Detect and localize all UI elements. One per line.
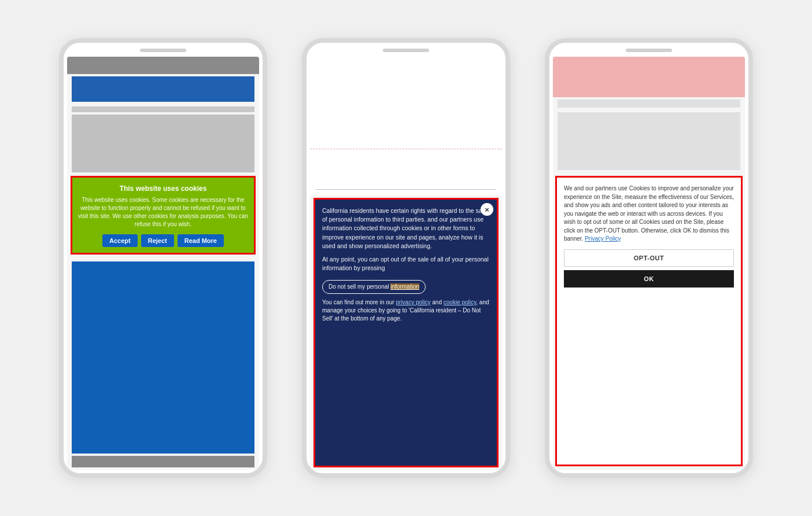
phone-notch-2 bbox=[383, 49, 429, 52]
phone-notch-3 bbox=[626, 49, 672, 52]
cb2-text-optout: At any point, you can opt out of the sal… bbox=[322, 255, 490, 272]
cookie-banner-3: We and our partners use Cookies to impro… bbox=[555, 176, 743, 466]
cb2-text-1: California residents have certain rights… bbox=[322, 207, 490, 250]
p3-gray-line bbox=[558, 99, 740, 108]
cookie-policy-link[interactable]: cookie policy bbox=[444, 299, 477, 305]
cookie-banner-1: This website uses cookies This website u… bbox=[71, 176, 256, 255]
p3-pink-block bbox=[553, 57, 745, 97]
phone-screen-2: × California residents have certain righ… bbox=[310, 57, 502, 470]
p1-gray-top bbox=[67, 57, 259, 74]
ok-button[interactable]: OK bbox=[564, 270, 734, 288]
phone-2: × California residents have certain righ… bbox=[302, 38, 510, 478]
p1-blue-bar bbox=[72, 76, 254, 102]
phone-3: We and our partners use Cookies to impro… bbox=[545, 38, 753, 478]
phone1-content: This website uses cookies This website u… bbox=[67, 57, 259, 470]
p1-gray-block bbox=[72, 115, 254, 172]
phone-1: This website uses cookies This website u… bbox=[59, 38, 267, 478]
do-not-sell-button[interactable]: Do not sell my personal information bbox=[322, 280, 426, 294]
phone-notch-1 bbox=[140, 49, 186, 52]
p2-line-section bbox=[310, 149, 502, 196]
privacy-policy-link-3[interactable]: Privacy Policy bbox=[585, 235, 621, 242]
p1-bottom-gray bbox=[72, 456, 254, 467]
p1-gray-line bbox=[72, 106, 254, 112]
cb3-main-text: We and our partners use Cookies to impro… bbox=[564, 185, 734, 242]
cookie-banner-2: × California residents have certain righ… bbox=[313, 198, 499, 467]
read-more-button[interactable]: Read More bbox=[178, 234, 224, 247]
p3-gray-block bbox=[558, 112, 740, 170]
cookie-banner-1-title: This website uses cookies bbox=[78, 185, 248, 193]
accept-button[interactable]: Accept bbox=[102, 234, 138, 247]
reject-button[interactable]: Reject bbox=[141, 234, 174, 247]
close-button[interactable]: × bbox=[481, 203, 493, 216]
phone3-content: We and our partners use Cookies to impro… bbox=[553, 57, 745, 470]
cb2-bottom-text: You can find out more in our privacy pol… bbox=[322, 298, 490, 323]
phone-screen-3: We and our partners use Cookies to impro… bbox=[553, 57, 745, 470]
p1-bottom-blue bbox=[72, 261, 254, 454]
highlighted-text: information bbox=[390, 283, 419, 290]
p2-line bbox=[316, 189, 496, 190]
privacy-policy-link[interactable]: privacy policy bbox=[396, 299, 431, 305]
phone2-content: × California residents have certain righ… bbox=[310, 57, 502, 470]
opt-out-button[interactable]: OPT-OUT bbox=[564, 249, 734, 267]
cb2-optout-intro: At any point, you can opt out of the sal… bbox=[322, 256, 489, 271]
cb3-text: We and our partners use Cookies to impro… bbox=[564, 185, 734, 244]
phone-screen-1: This website uses cookies This website u… bbox=[67, 57, 259, 470]
p2-white-top bbox=[310, 57, 502, 149]
cookie-banner-1-text: This website uses cookies. Some cookies … bbox=[78, 196, 248, 228]
cookie-banner-1-buttons: Accept Reject Read More bbox=[78, 234, 248, 247]
